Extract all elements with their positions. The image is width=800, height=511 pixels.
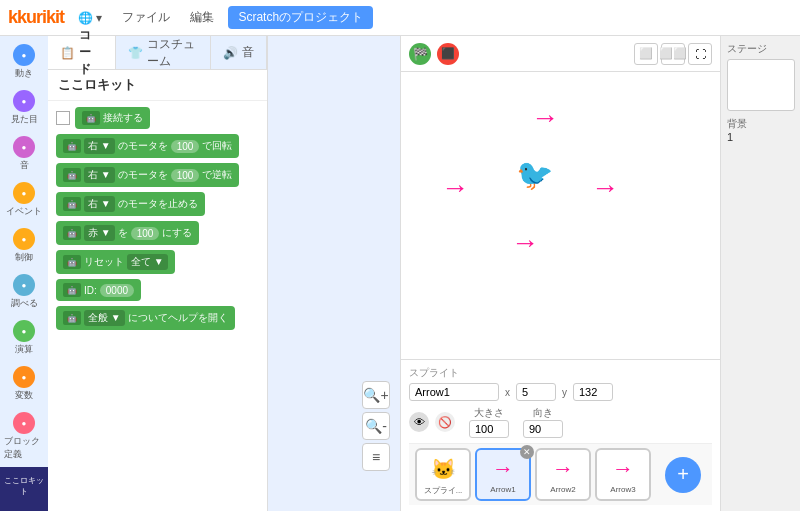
block-icon-motor-rev: 🤖 bbox=[63, 168, 81, 182]
stage-arrow-middle-left: → bbox=[441, 172, 469, 204]
sprite-thumb-2[interactable]: → Arrow2 bbox=[535, 448, 591, 501]
block-dropdown-reset[interactable]: 全て ▼ bbox=[127, 254, 168, 270]
block-row-motor-stop: 🤖 右 ▼ のモータを止める bbox=[56, 192, 259, 216]
block-icon-motor-fwd: 🤖 bbox=[63, 139, 81, 153]
main-layout: ● 動き ● 見た目 ● 音 ● イベント ● 制御 bbox=[0, 36, 800, 511]
sprite-info-row1: x y bbox=[409, 383, 712, 401]
block-icon-reset: 🤖 bbox=[63, 255, 81, 269]
sprite-thumb-3-img: → bbox=[612, 453, 634, 485]
block-help[interactable]: 🤖 全般 ▼ についてヘルプを開く bbox=[56, 306, 235, 330]
stage-sprite-center: 🐦 bbox=[516, 157, 553, 192]
edit-menu[interactable]: 編集 bbox=[184, 7, 220, 28]
sidebar-item-motion[interactable]: ● 動き bbox=[2, 40, 46, 84]
add-block-button[interactable]: + bbox=[4, 504, 44, 511]
sprite-thumb-1-img: → bbox=[492, 453, 514, 485]
sprite-y-field[interactable] bbox=[573, 383, 613, 401]
zoom-out-button[interactable]: 🔍- bbox=[362, 412, 390, 440]
block-dropdown-help[interactable]: 全般 ▼ bbox=[84, 310, 125, 326]
topbar: kkurikit 🌐 ▾ ファイル 編集 Scratchのプロジェクト bbox=[0, 0, 800, 36]
stage-side-panel: ステージ 背景 1 bbox=[720, 36, 800, 511]
block-value-led[interactable]: 100 bbox=[131, 227, 160, 240]
hide-sprite-button[interactable]: 🚫 bbox=[435, 412, 455, 432]
block-motor-reverse[interactable]: 🤖 右 ▼ のモータを 100 で逆転 bbox=[56, 163, 239, 187]
block-motor-forward[interactable]: 🤖 右 ▼ のモータを 100 で回転 bbox=[56, 134, 239, 158]
sprite-direction-field[interactable] bbox=[523, 420, 563, 438]
category-sidebar: ● 動き ● 見た目 ● 音 ● イベント ● 制御 bbox=[0, 36, 48, 511]
stage-mini-preview bbox=[727, 59, 795, 111]
sidebar-item-sensing[interactable]: ● 調べる bbox=[2, 270, 46, 314]
block-icon-motor-stop: 🤖 bbox=[63, 197, 81, 211]
show-sprite-button[interactable]: 👁 bbox=[409, 412, 429, 432]
block-dropdown-led[interactable]: 赤 ▼ bbox=[84, 225, 115, 241]
tab-code[interactable]: 📋 コード bbox=[48, 36, 116, 69]
green-flag-button[interactable]: 🏁 bbox=[409, 43, 431, 65]
block-row-motor-rev: 🤖 右 ▼ のモータを 100 で逆転 bbox=[56, 163, 259, 187]
sprite-thumb-1-delete[interactable]: ✕ bbox=[520, 445, 534, 459]
block-row-reset: 🤖 リセット 全て ▼ bbox=[56, 250, 259, 274]
block-id[interactable]: 🤖 ID: 0000 bbox=[56, 279, 141, 301]
sidebar-bottom: ここロキット + bbox=[0, 467, 48, 511]
sprite-x-field[interactable] bbox=[516, 383, 556, 401]
stage-panel: 🏁 ⬛ ⬜ ⬜⬜ ⛶ → → → → 🐦 スプライト bbox=[400, 36, 720, 511]
add-sprite-button[interactable]: + bbox=[665, 457, 701, 493]
script-area[interactable]: → 🔍+ 🔍- ≡ bbox=[268, 36, 400, 511]
block-checkbox-connect[interactable] bbox=[56, 111, 70, 125]
sidebar-item-operators[interactable]: ● 演算 bbox=[2, 316, 46, 360]
sprite-name-field[interactable] bbox=[409, 383, 499, 401]
sprite-thumb-2-label: Arrow2 bbox=[550, 485, 575, 494]
sprite-size-field[interactable] bbox=[469, 420, 509, 438]
tab-costume[interactable]: 👕 コスチューム bbox=[116, 36, 211, 69]
block-dropdown-motor-rev[interactable]: 右 ▼ bbox=[84, 167, 115, 183]
tab-sound[interactable]: 🔊 音 bbox=[211, 36, 267, 69]
block-row-id: 🤖 ID: 0000 bbox=[56, 279, 259, 301]
block-dropdown-motor-fwd[interactable]: 右 ▼ bbox=[84, 138, 115, 154]
project-button[interactable]: Scratchのプロジェクト bbox=[228, 6, 373, 29]
block-value-id[interactable]: 0000 bbox=[100, 284, 134, 297]
block-motor-stop[interactable]: 🤖 右 ▼ のモータを止める bbox=[56, 192, 205, 216]
globe-button[interactable]: 🌐 ▾ bbox=[72, 9, 108, 27]
stage-small-view[interactable]: ⬜ bbox=[634, 43, 658, 65]
stage-medium-view[interactable]: ⬜⬜ bbox=[661, 43, 685, 65]
block-row-help: 🤖 全般 ▼ についてヘルプを開く bbox=[56, 306, 259, 330]
sidebar-item-sound[interactable]: ● 音 bbox=[2, 132, 46, 176]
kurikit-nav[interactable]: ここロキット bbox=[4, 471, 44, 501]
backdrop-count: 1 bbox=[727, 131, 794, 143]
zoom-in-button[interactable]: 🔍+ bbox=[362, 381, 390, 409]
direction-label: 向き bbox=[533, 406, 553, 420]
sprite-thumb-1-label: Arrow1 bbox=[490, 485, 515, 494]
app-logo: kkurikit bbox=[8, 7, 64, 28]
stop-button[interactable]: ⬛ bbox=[437, 43, 459, 65]
sprite-thumb-1[interactable]: ✕ → Arrow1 bbox=[475, 448, 531, 501]
blocks-panel-header: ここロキット bbox=[48, 70, 267, 101]
sprite-thumb-0-label: スプライ... bbox=[424, 485, 463, 496]
block-reset[interactable]: 🤖 リセット 全て ▼ bbox=[56, 250, 175, 274]
block-row-led: 🤖 赤 ▼ を 100 にする bbox=[56, 221, 259, 245]
sprite-thumb-3[interactable]: → Arrow3 bbox=[595, 448, 651, 501]
sidebar-item-control[interactable]: ● 制御 bbox=[2, 224, 46, 268]
stage-label: ステージ bbox=[727, 42, 794, 56]
stage-arrow-middle-right: → bbox=[591, 172, 619, 204]
sprite-thumb-3-label: Arrow3 bbox=[610, 485, 635, 494]
stage-fullscreen[interactable]: ⛶ bbox=[688, 43, 712, 65]
block-connect[interactable]: 🤖 接続する bbox=[75, 107, 150, 129]
sprite-thumb-0[interactable]: 🐱 スプライ... bbox=[415, 448, 471, 501]
sprite-thumb-0-img: 🐱 bbox=[431, 453, 456, 485]
stage-canvas: → → → → 🐦 bbox=[401, 72, 720, 359]
block-value-speed-rev[interactable]: 100 bbox=[171, 169, 200, 182]
sprite-info-row2: 👁 🚫 大きさ 向き bbox=[409, 406, 712, 438]
stage-arrow-bottom: → bbox=[511, 227, 539, 259]
block-dropdown-motor-stop[interactable]: 右 ▼ bbox=[84, 196, 115, 212]
stage-arrow-top-right: → bbox=[531, 102, 559, 134]
stage-toolbar: 🏁 ⬛ ⬜ ⬜⬜ ⛶ bbox=[401, 36, 720, 72]
block-led[interactable]: 🤖 赤 ▼ を 100 にする bbox=[56, 221, 199, 245]
sidebar-item-variables[interactable]: ● 変数 bbox=[2, 362, 46, 406]
sidebar-item-myblocks[interactable]: ● ブロック定義 bbox=[2, 408, 46, 465]
block-row-connect: 🤖 接続する bbox=[56, 107, 259, 129]
block-value-speed-fwd[interactable]: 100 bbox=[171, 140, 200, 153]
sidebar-item-looks[interactable]: ● 見た目 bbox=[2, 86, 46, 130]
blocks-list: 🤖 接続する 🤖 右 ▼ のモータを 100 で回転 🤖 右 ▼ bbox=[48, 101, 267, 511]
sidebar-item-events[interactable]: ● イベント bbox=[2, 178, 46, 222]
blocks-panel: 📋 コード 👕 コスチューム 🔊 音 ここロキット 🤖 接続する bbox=[48, 36, 268, 511]
file-menu[interactable]: ファイル bbox=[116, 7, 176, 28]
zoom-reset-button[interactable]: ≡ bbox=[362, 443, 390, 471]
